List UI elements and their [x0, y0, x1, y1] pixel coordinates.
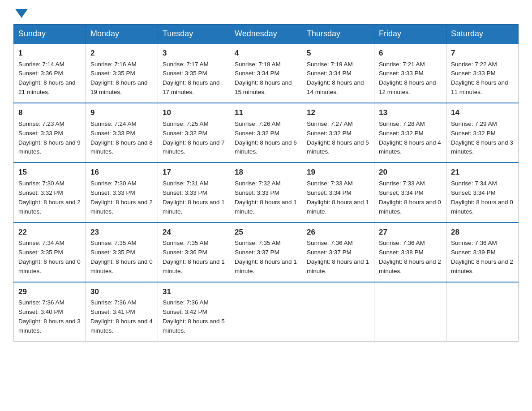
calendar-cell: 11 Sunrise: 7:26 AMSunset: 3:32 PMDaylig… — [230, 103, 302, 163]
day-info: Sunrise: 7:30 AMSunset: 3:32 PMDaylight:… — [18, 180, 81, 215]
calendar-cell — [446, 282, 519, 342]
day-number: 26 — [307, 227, 369, 238]
day-number: 8 — [18, 107, 81, 119]
day-info: Sunrise: 7:27 AMSunset: 3:32 PMDaylight:… — [307, 120, 369, 155]
day-info: Sunrise: 7:16 AMSunset: 3:35 PMDaylight:… — [90, 61, 148, 96]
calendar-cell: 25 Sunrise: 7:35 AMSunset: 3:37 PMDaylig… — [230, 223, 302, 282]
calendar-cell: 1 Sunrise: 7:14 AMSunset: 3:36 PMDayligh… — [14, 43, 86, 103]
calendar-cell — [302, 282, 374, 342]
day-number: 25 — [235, 227, 297, 238]
calendar-cell: 3 Sunrise: 7:17 AMSunset: 3:35 PMDayligh… — [158, 43, 230, 103]
day-number: 17 — [163, 167, 225, 178]
day-number: 7 — [451, 47, 514, 59]
calendar-cell: 9 Sunrise: 7:24 AMSunset: 3:33 PMDayligh… — [86, 103, 158, 163]
calendar-cell: 20 Sunrise: 7:33 AMSunset: 3:34 PMDaylig… — [374, 163, 446, 222]
day-info: Sunrise: 7:34 AMSunset: 3:35 PMDaylight:… — [18, 240, 81, 274]
calendar-cell: 23 Sunrise: 7:35 AMSunset: 3:35 PMDaylig… — [86, 223, 158, 282]
day-info: Sunrise: 7:28 AMSunset: 3:32 PMDaylight:… — [379, 120, 441, 155]
day-number: 24 — [163, 227, 225, 238]
day-number: 11 — [235, 107, 297, 119]
day-info: Sunrise: 7:25 AMSunset: 3:32 PMDaylight:… — [163, 120, 225, 155]
calendar-cell: 24 Sunrise: 7:35 AMSunset: 3:36 PMDaylig… — [158, 223, 230, 282]
day-info: Sunrise: 7:21 AMSunset: 3:33 PMDaylight:… — [379, 61, 436, 96]
day-info: Sunrise: 7:31 AMSunset: 3:33 PMDaylight:… — [163, 180, 225, 215]
day-info: Sunrise: 7:29 AMSunset: 3:32 PMDaylight:… — [451, 120, 513, 155]
day-number: 23 — [90, 227, 153, 238]
calendar-cell: 29 Sunrise: 7:36 AMSunset: 3:40 PMDaylig… — [14, 282, 86, 342]
day-info: Sunrise: 7:32 AMSunset: 3:33 PMDaylight:… — [235, 180, 297, 215]
weekday-header-wednesday: Wednesday — [230, 25, 302, 44]
calendar-cell: 26 Sunrise: 7:36 AMSunset: 3:37 PMDaylig… — [302, 223, 374, 282]
day-info: Sunrise: 7:19 AMSunset: 3:34 PMDaylight:… — [307, 61, 364, 96]
day-number: 10 — [163, 107, 225, 119]
day-number: 28 — [451, 227, 514, 238]
day-info: Sunrise: 7:17 AMSunset: 3:35 PMDaylight:… — [163, 61, 220, 96]
day-info: Sunrise: 7:26 AMSunset: 3:32 PMDaylight:… — [235, 120, 297, 155]
day-info: Sunrise: 7:30 AMSunset: 3:33 PMDaylight:… — [90, 180, 153, 215]
day-number: 30 — [90, 286, 153, 298]
day-info: Sunrise: 7:33 AMSunset: 3:34 PMDaylight:… — [379, 180, 441, 215]
calendar-cell: 5 Sunrise: 7:19 AMSunset: 3:34 PMDayligh… — [302, 43, 374, 103]
calendar-cell: 15 Sunrise: 7:30 AMSunset: 3:32 PMDaylig… — [14, 163, 86, 222]
day-info: Sunrise: 7:35 AMSunset: 3:36 PMDaylight:… — [163, 240, 225, 274]
day-info: Sunrise: 7:36 AMSunset: 3:38 PMDaylight:… — [379, 240, 441, 274]
day-number: 4 — [235, 47, 297, 59]
day-number: 27 — [379, 227, 442, 238]
day-number: 1 — [18, 47, 81, 59]
calendar-cell: 8 Sunrise: 7:23 AMSunset: 3:33 PMDayligh… — [14, 103, 86, 163]
calendar-cell: 14 Sunrise: 7:29 AMSunset: 3:32 PMDaylig… — [446, 103, 519, 163]
day-info: Sunrise: 7:36 AMSunset: 3:39 PMDaylight:… — [451, 240, 513, 274]
day-info: Sunrise: 7:18 AMSunset: 3:34 PMDaylight:… — [235, 61, 292, 96]
calendar-cell: 19 Sunrise: 7:33 AMSunset: 3:34 PMDaylig… — [302, 163, 374, 222]
logo — [13, 13, 28, 18]
day-number: 3 — [163, 47, 225, 59]
calendar-cell: 21 Sunrise: 7:34 AMSunset: 3:34 PMDaylig… — [446, 163, 519, 222]
calendar-cell: 4 Sunrise: 7:18 AMSunset: 3:34 PMDayligh… — [230, 43, 302, 103]
calendar-cell: 6 Sunrise: 7:21 AMSunset: 3:33 PMDayligh… — [374, 43, 446, 103]
weekday-header-sunday: Sunday — [14, 25, 86, 44]
day-info: Sunrise: 7:36 AMSunset: 3:42 PMDaylight:… — [163, 299, 225, 334]
day-number: 13 — [379, 107, 442, 119]
day-number: 19 — [307, 167, 369, 178]
day-info: Sunrise: 7:23 AMSunset: 3:33 PMDaylight:… — [18, 120, 81, 155]
day-number: 15 — [18, 167, 81, 178]
calendar-cell: 17 Sunrise: 7:31 AMSunset: 3:33 PMDaylig… — [158, 163, 230, 222]
weekday-header-tuesday: Tuesday — [158, 25, 230, 44]
calendar-cell — [374, 282, 446, 342]
day-number: 21 — [451, 167, 514, 178]
calendar-table: SundayMondayTuesdayWednesdayThursdayFrid… — [13, 24, 519, 342]
calendar-cell: 27 Sunrise: 7:36 AMSunset: 3:38 PMDaylig… — [374, 223, 446, 282]
day-info: Sunrise: 7:22 AMSunset: 3:33 PMDaylight:… — [451, 61, 508, 96]
calendar-cell: 2 Sunrise: 7:16 AMSunset: 3:35 PMDayligh… — [86, 43, 158, 103]
calendar-week-row: 22 Sunrise: 7:34 AMSunset: 3:35 PMDaylig… — [14, 223, 519, 282]
calendar-cell — [230, 282, 302, 342]
day-number: 29 — [18, 286, 81, 298]
day-number: 6 — [379, 47, 442, 59]
calendar-cell: 7 Sunrise: 7:22 AMSunset: 3:33 PMDayligh… — [446, 43, 519, 103]
calendar-cell: 10 Sunrise: 7:25 AMSunset: 3:32 PMDaylig… — [158, 103, 230, 163]
weekday-header-thursday: Thursday — [302, 25, 374, 44]
calendar-cell: 31 Sunrise: 7:36 AMSunset: 3:42 PMDaylig… — [158, 282, 230, 342]
day-number: 31 — [163, 286, 225, 298]
logo-triangle-icon — [15, 9, 28, 18]
day-number: 12 — [307, 107, 369, 119]
calendar-cell: 18 Sunrise: 7:32 AMSunset: 3:33 PMDaylig… — [230, 163, 302, 222]
day-info: Sunrise: 7:35 AMSunset: 3:35 PMDaylight:… — [90, 240, 153, 274]
calendar-cell: 16 Sunrise: 7:30 AMSunset: 3:33 PMDaylig… — [86, 163, 158, 222]
day-number: 2 — [90, 47, 153, 59]
day-info: Sunrise: 7:14 AMSunset: 3:36 PMDaylight:… — [18, 61, 76, 96]
day-info: Sunrise: 7:36 AMSunset: 3:40 PMDaylight:… — [18, 299, 81, 334]
weekday-header-row: SundayMondayTuesdayWednesdayThursdayFrid… — [14, 25, 519, 44]
weekday-header-monday: Monday — [86, 25, 158, 44]
day-number: 16 — [90, 167, 153, 178]
day-number: 20 — [379, 167, 442, 178]
day-number: 22 — [18, 227, 81, 238]
weekday-header-saturday: Saturday — [446, 25, 519, 44]
calendar-cell: 30 Sunrise: 7:36 AMSunset: 3:41 PMDaylig… — [86, 282, 158, 342]
calendar-cell: 12 Sunrise: 7:27 AMSunset: 3:32 PMDaylig… — [302, 103, 374, 163]
weekday-header-friday: Friday — [374, 25, 446, 44]
day-number: 14 — [451, 107, 514, 119]
calendar-week-row: 15 Sunrise: 7:30 AMSunset: 3:32 PMDaylig… — [14, 163, 519, 222]
day-number: 5 — [307, 47, 369, 59]
day-info: Sunrise: 7:24 AMSunset: 3:33 PMDaylight:… — [90, 120, 153, 155]
